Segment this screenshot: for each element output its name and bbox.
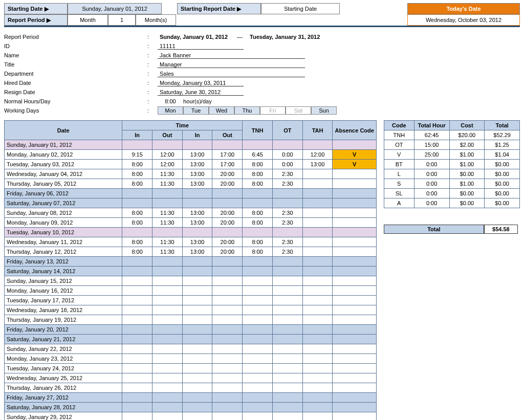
meta-resign-label: Resign Date bbox=[4, 89, 147, 95]
table-row: Tuesday, January 03, 20128:0012:0013:001… bbox=[5, 160, 377, 169]
today-label: Today's Date bbox=[407, 3, 520, 14]
metadata-block: Report Period: Sunday, January 01, 2012 … bbox=[4, 32, 520, 115]
starting-date-value[interactable]: Sunday, January 01, 2012 bbox=[68, 3, 162, 14]
working-days-row: MonTueWedThuFriSatSun bbox=[158, 106, 337, 115]
table-row: Wednesday, January 04, 20128:0011:3013:0… bbox=[5, 169, 377, 179]
col-tah: TAH bbox=[302, 121, 333, 140]
summary-row: OT15:00$2.00$1.25 bbox=[384, 140, 519, 150]
scol-code: Code bbox=[384, 121, 414, 130]
report-period-label: Report Period ▶ bbox=[4, 14, 68, 26]
meta-nh-label: Normal Hours/Day bbox=[4, 98, 147, 104]
weekday-tue[interactable]: Tue bbox=[183, 106, 209, 115]
weekday-thu[interactable]: Thu bbox=[234, 106, 260, 115]
meta-report-period-label: Report Period bbox=[4, 34, 147, 40]
table-row: Saturday, January 21, 2012 bbox=[5, 335, 377, 344]
summary-row: S0:00$1.00$0.00 bbox=[384, 179, 519, 189]
scol-total: Total bbox=[485, 121, 520, 130]
table-row: Sunday, January 01, 2012 bbox=[5, 140, 377, 150]
col-date: Date bbox=[5, 121, 122, 140]
meta-title-value[interactable]: Manager bbox=[158, 61, 305, 68]
meta-dept-label: Department bbox=[4, 71, 147, 77]
weekday-sun[interactable]: Sun bbox=[311, 106, 337, 115]
table-row: Monday, January 02, 20129:1512:0013:0017… bbox=[5, 150, 377, 160]
starting-date-label: Starting Date ▶ bbox=[4, 3, 68, 14]
meta-hired-label: Hired Date bbox=[4, 80, 147, 86]
table-row: Saturday, January 14, 2012 bbox=[5, 267, 377, 276]
start-report-value[interactable]: Starting Date bbox=[261, 3, 340, 14]
summary-row: V25:00$1.00$1.04 bbox=[384, 150, 519, 160]
table-row: Friday, January 06, 2012 bbox=[5, 189, 377, 198]
table-row: Monday, January 16, 2012 bbox=[5, 286, 377, 296]
meta-name-value[interactable]: Jack Banner bbox=[158, 52, 305, 59]
summary-table: Code Total Hour Cost Total TNH62:45$20.0… bbox=[384, 120, 520, 208]
table-row: Wednesday, January 25, 2012 bbox=[5, 373, 377, 383]
meta-dept-value[interactable]: Sales bbox=[158, 71, 305, 77]
meta-id-label: ID bbox=[4, 43, 147, 49]
col-ot: OT bbox=[272, 121, 302, 140]
rp-unit[interactable]: Month bbox=[68, 14, 108, 26]
meta-title-label: Title bbox=[4, 61, 147, 68]
table-row: Tuesday, January 10, 2012 bbox=[5, 228, 377, 237]
table-row: Tuesday, January 24, 2012 bbox=[5, 364, 377, 373]
start-report-label: Starting Report Date ▶ bbox=[177, 3, 261, 14]
meta-period-start: Sunday, January 01, 2012 bbox=[158, 34, 230, 40]
table-row: Friday, January 27, 2012 bbox=[5, 393, 377, 403]
table-row: Tuesday, January 17, 2012 bbox=[5, 296, 377, 305]
grand-total-label: Total bbox=[384, 225, 484, 234]
today-value: Wednesday, October 03, 2012 bbox=[407, 14, 520, 26]
summary-row: A0:00$0.00$0.00 bbox=[384, 198, 519, 208]
meta-resign-value[interactable]: Saturday, June 30, 2012 bbox=[158, 89, 244, 96]
table-row: Saturday, January 07, 2012 bbox=[5, 198, 377, 208]
table-row: Sunday, January 08, 20128:0011:3013:0020… bbox=[5, 208, 377, 218]
col-time: Time bbox=[122, 121, 243, 130]
table-row: Wednesday, January 18, 2012 bbox=[5, 305, 377, 315]
table-row: Sunday, January 15, 2012 bbox=[5, 276, 377, 286]
table-row: Wednesday, January 11, 20128:0011:3013:0… bbox=[5, 237, 377, 247]
table-row: Monday, January 09, 20128:0011:3013:0020… bbox=[5, 218, 377, 228]
meta-period-end: Tuesday, January 31, 2012 bbox=[250, 34, 320, 40]
table-row: Saturday, January 28, 2012 bbox=[5, 403, 377, 412]
table-row: Sunday, January 22, 2012 bbox=[5, 344, 377, 354]
summary-row: TNH62:45$20.00$52.29 bbox=[384, 130, 519, 140]
rp-count[interactable]: 1 bbox=[108, 14, 136, 26]
summary-row: L0:00$0.00$0.00 bbox=[384, 169, 519, 179]
grand-total-value: $54.58 bbox=[484, 225, 518, 234]
scol-cost: Cost bbox=[449, 121, 485, 130]
summary-row: SL0:00$0.00$0.00 bbox=[384, 189, 519, 198]
col-abs: Absence Code bbox=[333, 121, 376, 140]
weekday-wed[interactable]: Wed bbox=[209, 106, 234, 115]
table-row: Sunday, January 29, 2012 bbox=[5, 412, 377, 421]
meta-wd-label: Working Days bbox=[4, 107, 147, 114]
rp-suffix: Month(s) bbox=[136, 14, 176, 26]
table-row: Monday, January 23, 2012 bbox=[5, 354, 377, 364]
meta-id-value[interactable]: 11111 bbox=[158, 43, 244, 50]
meta-name-label: Name bbox=[4, 52, 147, 58]
meta-nh-unit: hour(s)/day bbox=[183, 98, 212, 104]
table-row: Thursday, January 05, 20128:0011:3013:00… bbox=[5, 179, 377, 189]
weekday-fri[interactable]: Fri bbox=[260, 106, 286, 115]
col-tnh: TNH bbox=[243, 121, 273, 140]
header-bar: Starting Date ▶ Sunday, January 01, 2012… bbox=[4, 3, 520, 27]
summary-row: BT0:00$1.00$0.00 bbox=[384, 160, 519, 169]
table-row: Friday, January 13, 2012 bbox=[5, 257, 377, 267]
table-row: Friday, January 20, 2012 bbox=[5, 325, 377, 335]
timesheet-table: Date Time TNH OT TAH Absence Code InOut … bbox=[4, 120, 377, 420]
table-row: Thursday, January 19, 2012 bbox=[5, 315, 377, 325]
grand-total-row: Total $54.58 bbox=[384, 225, 520, 234]
table-row: Thursday, January 26, 2012 bbox=[5, 383, 377, 393]
meta-nh-value[interactable]: 8:00 bbox=[158, 98, 183, 104]
weekday-mon[interactable]: Mon bbox=[158, 106, 183, 115]
scol-hour: Total Hour bbox=[414, 121, 449, 130]
table-row: Thursday, January 12, 20128:0011:3013:00… bbox=[5, 247, 377, 257]
weekday-sat[interactable]: Sat bbox=[286, 106, 311, 115]
meta-hired-value[interactable]: Monday, January 03, 2011 bbox=[158, 80, 244, 86]
